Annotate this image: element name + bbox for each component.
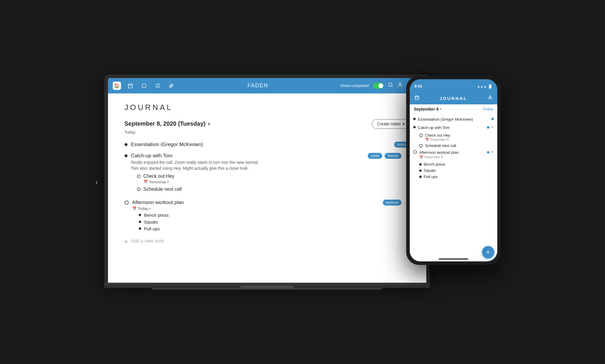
phone-sub-date-text: September 9 [430,138,449,141]
sub-title: Schedule next call [143,187,182,192]
add-note-row[interactable]: Add a new note [125,238,410,244]
nav-clip-icon[interactable] [167,82,175,90]
phone-bullet-icon [413,126,416,128]
phone-sub-pullups: Pull ups [419,174,494,179]
back-arrow[interactable]: ‹ [96,178,98,186]
wifi-icon: ▲▲▲ [477,85,487,88]
journal-title: JOURNAL [125,103,410,112]
phone-sub-content: Check out Hey 📅 September 9 [425,133,450,142]
phone-collapse-icon[interactable]: ∧ [491,125,494,129]
phone-date-chevron-icon: ▾ [440,107,441,111]
add-bullet-icon [125,240,128,243]
phone-sub-squats: Squats [419,168,494,173]
phone-note-title: Afternoon workout plan [419,150,459,155]
phone-header: JOURNAL [410,93,497,104]
notes-list: Essentialism (Gregor McKeown) books [125,142,410,244]
sub-circle-icon [137,187,141,191]
phone-note-right: ∧ [487,125,494,129]
date-tag[interactable]: 📅 Tomorrow ▾ [143,180,175,184]
bullet-icon [139,214,141,216]
note-item-catchup: Catch-up with Tom zoom friends ∧ Really … [125,153,410,194]
date-chevron-icon[interactable]: ∨ [207,122,210,126]
phone-notes-list: Essentialism (Gregor McKeown) Catch-up w… [410,114,497,257]
phone-collapse-icon[interactable]: ∧ [491,150,494,154]
tag-friends[interactable]: friends [385,153,401,159]
note-row: Catch-up with Tom zoom friends ∧ Really … [125,153,410,194]
note-circle-icon [125,200,129,205]
note-title-row: Afternoon workout plan workout ∧ [132,200,410,206]
date-tag-text: Today [138,206,148,211]
laptop-base [104,283,430,288]
phone-note-title: Squats [424,168,494,173]
phone-calendar-icon[interactable] [414,95,419,101]
phone-cal-icon: 📅 [419,155,423,159]
calendar-icon: 📅 [132,206,137,211]
note-bullet-icon [125,154,128,157]
phone-note-content: Catch-up with Tom [418,125,485,130]
sub-item-schedule-call: Schedule next call [137,187,410,192]
today-label: Today [125,130,410,135]
phone-blue-dot [491,118,494,120]
svg-rect-0 [128,84,133,88]
search-icon[interactable] [388,82,393,89]
phone-time: 9:53 [414,84,422,88]
phone-date-bar: September 8 ▾ Today [410,104,497,114]
phone-wrapper: 9:53 ▲▲▲ ▐▌ JOURNAL September 8 ▾ [406,76,501,265]
phone-sub-list-catchup: Check out Hey 📅 September 9 Schedule nex… [419,133,494,148]
date-tag[interactable]: 📅 Today ▾ [132,206,410,211]
nav-home-icon[interactable]: 🏠 [113,82,121,90]
nav-bookmark-icon[interactable] [154,82,162,90]
calendar-icon: 📅 [143,180,148,184]
date-text: September 8, 2020 (Tuesday) [125,120,206,127]
phone-status-icons: ▲▲▲ ▐▌ [477,85,492,88]
phone-note-title: Bench press [424,162,494,166]
sub-sub-title: Bench press [144,213,169,218]
tag-zoom[interactable]: zoom [368,153,382,159]
sub-sub-title: Squats [144,219,158,224]
phone-note-title: Catch-up with Tom [418,125,450,130]
create-notes-button[interactable]: Create notes ▾ [372,119,409,129]
nav-circle-icon[interactable] [140,82,148,90]
phone-body: 9:53 ▲▲▲ ▐▌ JOURNAL September 8 ▾ [406,76,501,265]
phone-bullet-icon [419,163,422,166]
fab-button[interactable]: + [482,246,494,258]
phone-bullet-icon [419,169,422,172]
add-note-label[interactable]: Add a new note [131,238,164,244]
user-icon[interactable] [397,82,403,89]
phone-user-icon[interactable] [488,95,493,101]
note-content: Essentialism (Gregor McKeown) books [131,142,410,148]
note-title: Essentialism (Gregor McKeown) [131,142,203,148]
phone-note-right: ∧ [487,150,494,154]
sub-sub-list: Bench press Squats Pull ups [139,213,410,231]
phone-circle-icon [419,144,423,148]
phone-date[interactable]: September 8 ▾ [414,107,441,111]
date-heading[interactable]: September 8, 2020 (Tuesday) ∨ [125,120,210,127]
sub-list: Check out Hey 📅 Tomorrow ▾ [137,174,410,192]
phone-circle-icon [413,150,417,154]
date-dropdown-icon[interactable]: ▾ [149,207,151,211]
phone-note-title: Check out Hey [425,133,450,137]
date-tag-text: Tomorrow [149,180,166,184]
date-dropdown-icon[interactable]: ▾ [167,180,169,184]
note-title-row: Essentialism (Gregor McKeown) books [131,142,410,148]
sub-sub-item-bench: Bench press [139,213,410,218]
show-completed-toggle[interactable] [373,83,384,89]
phone-note-essentialism: Essentialism (Gregor McKeown) [413,117,494,122]
note-tags: zoom friends ∧ [368,153,409,159]
fab-icon: + [486,248,490,256]
phone-note-title: Pull ups [424,174,494,179]
tag-workout[interactable]: workout [383,200,401,206]
phone-journal-title: JOURNAL [419,96,488,101]
svg-point-5 [388,83,392,86]
phone-home-indicator [410,257,497,261]
topbar-nav: 🏠 [113,82,175,90]
phone-note-title: Schedule next call [425,143,494,148]
topbar: 🏠 FADEN Show completed [108,78,426,93]
home-bar[interactable] [439,258,468,260]
phone-note-title: Essentialism (Gregor McKeown) [418,117,473,122]
laptop-stand [152,288,383,290]
sub-sub-title: Pull ups [144,226,160,231]
note-item-add[interactable]: Add a new note [125,238,410,244]
date-row: September 8, 2020 (Tuesday) ∨ Create not… [125,119,410,129]
nav-calendar-icon[interactable] [126,82,135,90]
